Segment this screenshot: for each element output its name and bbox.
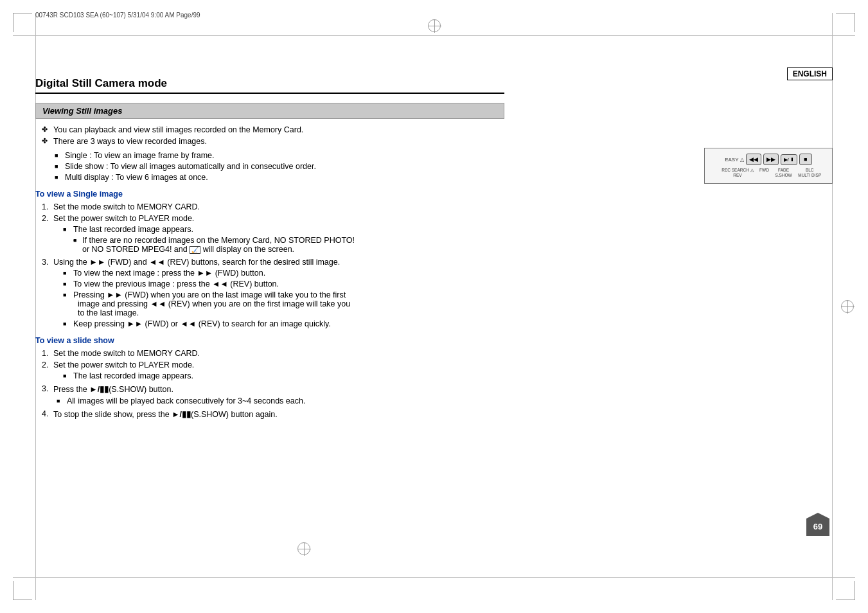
step-2-sub-1: The last recorded image appears. (63, 225, 504, 234)
camera-buttons-row: EASY △ ◀◀ ▶▶ ▶/⏸ ■ (711, 154, 826, 165)
slide-step-1: 1. Set the mode switch to MEMORY CARD. (42, 349, 504, 358)
view-type-slideshow: Slide show : To view all images automati… (55, 162, 504, 171)
slide-step-4-sub: All images will be played back consecuti… (57, 396, 504, 405)
single-image-steps: 1. Set the mode switch to MEMORY CARD. 2… (42, 202, 504, 328)
intro-bullet-list: You can playback and view still images r… (42, 125, 504, 146)
corner-mark-tl (13, 13, 32, 32)
section-header: Viewing Still images (35, 103, 504, 119)
slide-step-2-sub-1: The last recorded image appears. (63, 371, 504, 380)
border-top (13, 35, 855, 36)
reg-mark-top (428, 19, 441, 32)
border-bottom (13, 577, 855, 578)
slide-step-3: 3. Press the ►/▮▮(S.SHOW) button. (42, 384, 504, 394)
step-3: 3. Using the ►► (FWD) and ◄◄ (REV) butto… (42, 258, 504, 328)
step-2-sub: The last recorded image appears. If ther… (63, 225, 504, 254)
view-types-list: Single : To view an image frame by frame… (55, 151, 504, 182)
reg-mark-bottom (297, 542, 310, 555)
slide-show-heading: To view a slide show (35, 336, 504, 345)
step-1: 1. Set the mode switch to MEMORY CARD. (42, 202, 504, 211)
page-number-badge: 69 (806, 513, 829, 536)
doc-info: 00743R SCD103 SEA (60~107) 5/31/04 9:00 … (35, 12, 200, 19)
main-content: Digital Still Camera mode Viewing Still … (35, 77, 504, 423)
slide-step-5: 4. To stop the slide show, press the ►/▮… (42, 409, 504, 419)
border-right (832, 13, 833, 600)
step-3-sub-1: To view the next image : press the ►► (F… (63, 269, 504, 278)
fwd-button[interactable]: ▶▶ (763, 154, 779, 165)
label-rec-search-rev: REC SEARCH △REV (722, 168, 753, 178)
corner-mark-tr (836, 13, 855, 32)
language-badge: ENGLISH (787, 67, 833, 80)
step-3-sub: To view the next image : press the ►► (F… (63, 269, 504, 328)
slide-step-4: All images will be played back consecuti… (42, 396, 504, 405)
stop-button[interactable]: ■ (799, 154, 812, 165)
label-blc-multi: BLCMULTI DISP (798, 168, 821, 178)
label-fade-sshow: FADES.SHOW (775, 168, 792, 178)
sshow-button[interactable]: ▶/⏸ (781, 154, 797, 165)
slide-step-2: 2. Set the power switch to PLAYER mode. … (42, 360, 504, 380)
camera-diagram: EASY △ ◀◀ ▶▶ ▶/⏸ ■ REC SEARCH △REV FWD F… (704, 148, 833, 184)
intro-bullet-2: There are 3 ways to view recorded images… (42, 137, 504, 146)
step-3-sub-4: Keep pressing ►► (FWD) or ◄◄ (REV) to se… (63, 319, 504, 328)
single-image-heading: To view a Single image (35, 190, 504, 199)
step-3-sub-2: To view the previous image : press the ◄… (63, 280, 504, 289)
step-2: 2. Set the power switch to PLAYER mode. … (42, 214, 504, 254)
camera-button-labels: REC SEARCH △REV FWD FADES.SHOW BLCMULTI … (711, 168, 826, 178)
step-2-dash-1: If there are no recorded images on the M… (73, 236, 504, 254)
view-type-single: Single : To view an image frame by frame… (55, 151, 504, 160)
page-title: Digital Still Camera mode (35, 77, 504, 94)
label-rec-search-fwd: FWD (759, 168, 769, 178)
step-2-dash: If there are no recorded images on the M… (73, 236, 504, 254)
rev-button[interactable]: ◀◀ (746, 154, 761, 165)
camera-box: EASY △ ◀◀ ▶▶ ▶/⏸ ■ REC SEARCH △REV FWD F… (704, 148, 833, 184)
reg-mark-right (841, 300, 854, 313)
intro-bullet-1: You can playback and view still images r… (42, 125, 504, 134)
slide-step-2-sub: The last recorded image appears. (63, 371, 504, 380)
view-type-multi: Multi display : To view 6 images at once… (55, 173, 504, 182)
easy-label: EASY △ (725, 157, 743, 163)
step-2-sub-2: If there are no recorded images on the M… (73, 236, 504, 254)
corner-mark-bl (13, 581, 32, 600)
slide-show-steps: 1. Set the mode switch to MEMORY CARD. 2… (42, 349, 504, 419)
corner-mark-br (836, 581, 855, 600)
slide-step-4-sub-1: All images will be played back consecuti… (57, 396, 504, 405)
step-3-sub-3: Pressing ►► (FWD) when you are on the la… (63, 290, 504, 317)
